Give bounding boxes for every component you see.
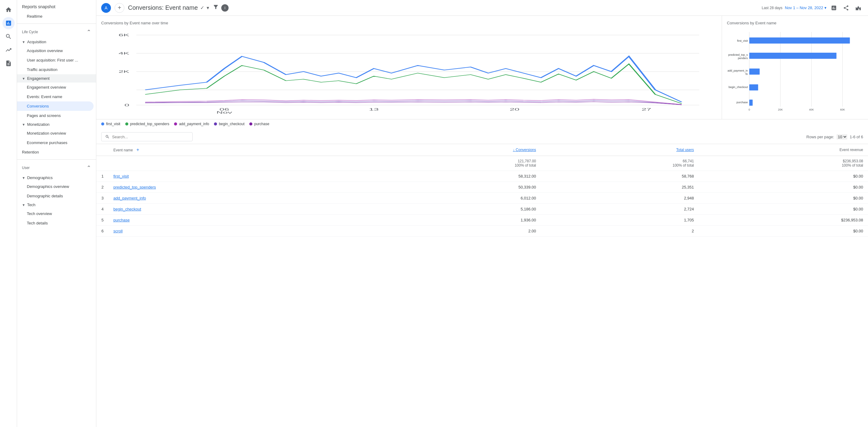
lifecycle-section[interactable]: Life Cycle ⌃ [17,26,96,38]
sidebar-item-acquisition[interactable]: ▼ Acquisition [17,38,96,46]
add-button[interactable]: + [115,3,124,13]
sidebar-item-demographic-details[interactable]: Demographic details [17,191,96,201]
users-2: 25,351 [541,182,699,193]
event-purchase[interactable]: purchase [108,215,374,226]
users-5: 1,705 [541,215,699,226]
page-header: A + Conversions: Event name ✓ ▾ i Last 2… [96,0,868,16]
add-column-button[interactable]: + [136,147,139,152]
svg-text:add_payment_in: add_payment_in [727,69,748,72]
users-4: 2,724 [541,204,699,215]
event-add-payment[interactable]: add_payment_info [108,193,374,204]
sidebar-item-tech-details[interactable]: Tech details [17,218,96,228]
line-chart-title: Conversions by Event name over time [101,21,717,25]
rev-4: $0.00 [699,204,868,215]
sidebar-item-conversions[interactable]: Conversions [17,101,94,111]
sidebar-item-engagement-overview[interactable]: Engagement overview [17,83,96,92]
event-begin-checkout[interactable]: begin_checkout [108,204,374,215]
line-chart-area: 6K 4K 2K 0 06 Nov 13 20 27 [101,29,717,114]
search-box[interactable] [101,132,193,141]
sidebar-item-retention[interactable]: Retention [17,147,96,157]
event-scroll[interactable]: scroll [108,226,374,237]
legend-first-visit: first_visit [101,122,120,126]
users-1: 58,768 [541,171,699,182]
sidebar-item-tech-overview[interactable]: Tech overview [17,209,96,218]
event-first-visit[interactable]: first_visit [108,171,374,182]
left-navigation [0,0,17,427]
user-chevron: ⌃ [87,164,91,171]
search-input-icon [105,134,110,139]
svg-text:40K: 40K [809,108,814,111]
table-section: Rows per page: 10 25 50 1-6 of 6 Event n… [96,130,868,237]
home-icon[interactable] [2,4,14,16]
total-conversions-pct: 100% of total [378,163,536,167]
user-avatar[interactable]: A [101,3,111,13]
legend-dot-add-payment [174,123,177,126]
conv-4: 5,186.00 [374,204,541,215]
page-title: Conversions: Event name ✓ ▾ i [128,4,758,11]
users-3: 2,948 [541,193,699,204]
bar-chart-container: Conversions by Event name 0 20K 40K 60K [722,16,868,119]
total-users-pct: 100% of total [546,163,694,167]
sidebar-title: Reports snapshot [17,0,96,11]
table-row: 2 predicted_top_spenders 50,339.00 25,35… [96,182,868,193]
legend-dot-begin-checkout [214,123,217,126]
sidebar-item-user-acquisition[interactable]: User acquisition: First user ... [17,56,96,65]
user-section[interactable]: User ⌃ [17,162,96,174]
sidebar-item-pages-screens[interactable]: Pages and screens [17,111,96,120]
rev-1: $0.00 [699,171,868,182]
check-circle-icon: ✓ [200,5,204,11]
date-range-picker[interactable]: Nov 1 – Nov 28, 2022 ▾ [785,5,827,10]
filter-info-icon[interactable]: i [221,4,228,11]
header-right: Last 28 days Nov 1 – Nov 28, 2022 ▾ [762,3,863,13]
svg-rect-26 [749,53,837,59]
table-row: 6 scroll 2.00 2 $0.00 [96,226,868,237]
col-event-name: Event name + [108,144,374,156]
svg-text:0: 0 [124,104,129,107]
col-conversions[interactable]: ↓ Conversions [374,144,541,156]
sidebar-item-ecommerce[interactable]: Ecommerce purchases [17,138,96,147]
sidebar-item-demographics[interactable]: ▼ Demographics [17,174,96,182]
analytics-icon[interactable] [2,17,14,29]
rows-per-page-select[interactable]: 10 25 50 [837,134,847,139]
sidebar-item-demographics-overview[interactable]: Demographics overview [17,182,96,191]
table-totals-row: 121,787.00 100% of total 66,741 100% of … [96,156,868,171]
sidebar-item-tech[interactable]: ▼ Tech [17,201,96,209]
svg-text:first_visit: first_visit [737,39,748,42]
total-conversions: 121,787.00 [378,159,536,163]
svg-text:penders: penders [738,57,748,60]
bar-chart-title: Conversions by Event name [727,21,863,25]
sidebar: Reports snapshot Realtime Life Cycle ⌃ ▼… [17,0,96,427]
sidebar-item-monetization[interactable]: ▼ Monetization [17,120,96,129]
last-days-label: Last 28 days [762,6,782,10]
chart-legend: first_visit predicted_top_spenders add_p… [96,120,868,130]
filter-button[interactable] [213,4,219,11]
insights-icon[interactable] [854,3,863,13]
trending-icon[interactable] [2,44,14,56]
legend-purchase: purchase [249,122,269,126]
sidebar-item-monetization-overview[interactable]: Monetization overview [17,129,96,138]
search-icon[interactable] [2,30,14,43]
table-row: 1 first_visit 58,312.00 58,768 $0.00 [96,171,868,182]
svg-text:20K: 20K [778,108,783,111]
bar-chart-svg: 0 20K 40K 60K first_visit predicted_ [727,29,863,114]
export-icon[interactable] [829,3,839,13]
sidebar-item-acquisition-overview[interactable]: Acquisition overview [17,46,96,56]
date-dropdown-icon: ▾ [825,5,827,10]
share-icon[interactable] [841,3,851,13]
content-area: Conversions by Event name over time 6K 4… [96,16,868,427]
title-dropdown-icon[interactable]: ▾ [207,5,209,11]
table-row: 5 purchase 1,936.00 1,705 $236,953.08 [96,215,868,226]
svg-text:20: 20 [509,108,519,111]
svg-text:2K: 2K [119,70,129,74]
sidebar-item-events[interactable]: Events: Event name [17,92,96,101]
search-input[interactable] [112,135,189,139]
reports-icon[interactable] [2,57,14,69]
sidebar-item-traffic-acquisition[interactable]: Traffic acquisition [17,65,96,74]
sidebar-item-engagement[interactable]: ▼ Engagement [17,74,96,83]
svg-rect-33 [749,100,753,106]
col-total-users[interactable]: Total users [541,144,699,156]
legend-dot-predicted [125,123,128,126]
sidebar-item-realtime[interactable]: Realtime [17,11,96,21]
svg-text:0: 0 [748,108,750,111]
event-predicted[interactable]: predicted_top_spenders [108,182,374,193]
